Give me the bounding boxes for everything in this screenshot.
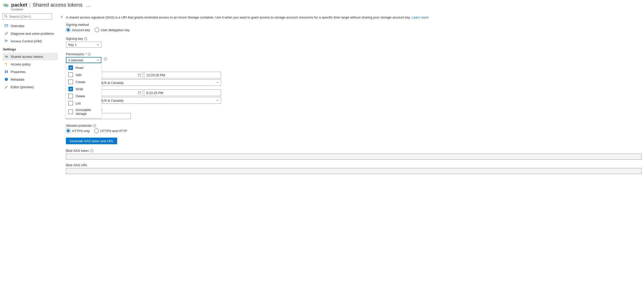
intro-text: A shared access signature (SAS) is a URI… xyxy=(66,15,641,19)
sidebar-item-label: Shared access tokens xyxy=(11,55,43,59)
permission-option-delete[interactable]: Delete xyxy=(66,93,101,100)
people-icon xyxy=(5,39,8,43)
sas-token-label: Blob SAS token i xyxy=(66,149,641,153)
svg-rect-11 xyxy=(6,64,7,65)
sidebar-item-label: Properties xyxy=(11,70,26,74)
sidebar-item-overview[interactable]: Overview xyxy=(3,22,58,30)
radio-user-delegation-key[interactable]: User delegation key xyxy=(95,28,130,32)
sidebar-item-access-policy[interactable]: Access policy xyxy=(3,60,58,68)
signing-key-select[interactable]: Key 1 xyxy=(66,42,101,48)
chevron-down-icon xyxy=(216,81,219,84)
sidebar-item-label: Access Control (IAM) xyxy=(11,39,42,43)
permissions-dropdown: Read Add Create Write Delete xyxy=(66,63,101,118)
radio-icon xyxy=(94,129,99,133)
page-title: Shared access tokens xyxy=(33,2,83,8)
permissions-label: Permissions* i xyxy=(66,52,641,56)
sidebar-item-editor[interactable]: Editor (preview) xyxy=(3,83,58,91)
radio-https-only[interactable]: HTTPS only xyxy=(66,129,90,133)
sidebar-item-metadata[interactable]: i Metadata xyxy=(3,76,58,83)
wrench-icon xyxy=(5,32,8,35)
checkbox-icon xyxy=(68,109,73,114)
radio-icon xyxy=(66,28,70,32)
checkbox-icon xyxy=(68,87,73,91)
permission-option-read[interactable]: Read xyxy=(66,64,101,71)
svg-rect-17 xyxy=(138,74,141,77)
permission-option-immutable[interactable]: Immutable storage xyxy=(66,107,101,117)
generate-sas-button[interactable]: Generate SAS token and URL xyxy=(66,138,117,144)
chevron-down-icon xyxy=(97,43,99,46)
link-icon xyxy=(5,55,8,58)
sas-url-output xyxy=(66,168,641,174)
svg-point-7 xyxy=(7,40,8,41)
checkbox-icon xyxy=(68,72,73,77)
permissions-select[interactable]: 2 selected xyxy=(66,57,101,63)
sidebar-item-label: Overview xyxy=(11,24,24,28)
calendar-icon xyxy=(138,91,141,95)
sidebar-item-properties[interactable]: Properties xyxy=(3,68,58,76)
svg-text:i: i xyxy=(6,78,7,81)
title-separator: | xyxy=(29,2,30,8)
checkbox-icon xyxy=(68,101,73,105)
checkbox-icon xyxy=(68,65,73,70)
permission-option-create[interactable]: Create xyxy=(66,78,101,85)
collapse-sidebar-icon[interactable] xyxy=(60,15,63,19)
permission-option-add[interactable]: Add xyxy=(66,71,101,78)
resource-type: Container xyxy=(11,8,93,11)
sidebar-section-settings: Settings xyxy=(3,45,58,53)
sidebar-search-input[interactable] xyxy=(3,13,52,20)
sidebar-item-iam[interactable]: Access Control (IAM) xyxy=(3,37,58,45)
page-header: packet | Shared access tokens … Containe… xyxy=(0,0,644,12)
info-icon[interactable]: i xyxy=(88,53,91,56)
allowed-ip-label: Allowed IP addresses i xyxy=(66,108,641,112)
info-icon[interactable]: i xyxy=(104,58,107,61)
sidebar: Overview Diagnose and solve problems Acc… xyxy=(0,12,59,183)
signing-key-label: Signing key i xyxy=(66,37,641,41)
svg-line-3 xyxy=(6,17,7,18)
allowed-protocols-label: Allowed protocols i xyxy=(66,124,641,127)
more-actions-button[interactable]: … xyxy=(84,2,93,8)
start-time-input[interactable]: 12:23:25 PM xyxy=(144,72,221,78)
radio-https-and-http[interactable]: HTTPS and HTTP xyxy=(94,129,127,133)
main-content: A shared access signature (SAS) is a URI… xyxy=(65,12,644,183)
signing-method-label: Signing method xyxy=(66,23,641,27)
svg-point-6 xyxy=(5,40,6,41)
chevron-down-icon xyxy=(216,99,219,102)
sidebar-item-label: Access policy xyxy=(11,62,31,66)
learn-more-link[interactable]: Learn more xyxy=(412,15,428,19)
search-icon xyxy=(4,14,8,18)
svg-point-2 xyxy=(5,15,7,17)
expiry-time-input[interactable]: 8:23:25 PM xyxy=(144,89,221,96)
permission-option-write[interactable]: Write xyxy=(66,85,101,93)
radio-account-key[interactable]: Account key xyxy=(66,28,90,32)
calendar-icon xyxy=(138,73,141,77)
sas-url-label: Blob SAS URL xyxy=(66,163,641,167)
info-icon[interactable]: i xyxy=(84,37,87,40)
info-icon: i xyxy=(5,78,8,81)
svg-rect-4 xyxy=(5,25,8,27)
checkbox-icon xyxy=(68,94,73,98)
sidebar-item-diagnose[interactable]: Diagnose and solve problems xyxy=(3,30,58,37)
svg-rect-13 xyxy=(6,70,7,73)
svg-rect-12 xyxy=(5,70,6,73)
sidebar-item-sas[interactable]: Shared access tokens xyxy=(3,53,58,60)
checkbox-icon xyxy=(68,80,73,84)
svg-rect-14 xyxy=(7,70,8,73)
svg-rect-19 xyxy=(138,92,141,94)
radio-icon xyxy=(66,129,70,133)
radio-icon xyxy=(95,28,99,32)
info-icon[interactable]: i xyxy=(90,149,93,152)
info-icon[interactable]: i xyxy=(93,124,96,127)
sas-token-output xyxy=(66,154,641,160)
resource-name: packet xyxy=(11,2,27,8)
pencil-icon xyxy=(5,85,8,89)
overview-icon xyxy=(5,24,8,28)
permission-option-list[interactable]: List xyxy=(66,100,101,107)
container-icon xyxy=(3,3,9,8)
sidebar-item-label: Diagnose and solve problems xyxy=(11,32,54,35)
chevron-down-icon xyxy=(97,59,99,61)
key-icon xyxy=(5,62,8,66)
properties-icon xyxy=(5,70,8,74)
sidebar-item-label: Metadata xyxy=(11,78,24,81)
sidebar-item-label: Editor (preview) xyxy=(11,85,34,89)
